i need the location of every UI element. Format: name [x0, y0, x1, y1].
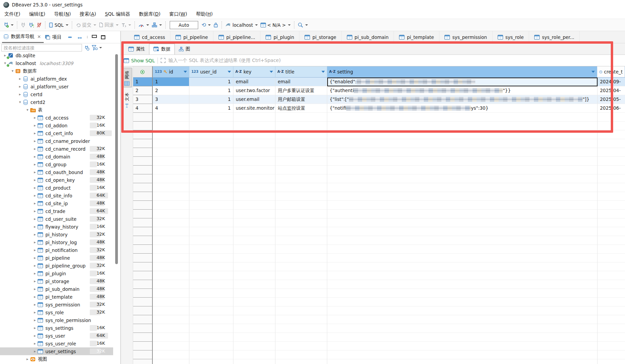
tree-item-数据库[interactable]: ▾数据库 [0, 67, 113, 75]
empty-cell[interactable] [153, 280, 189, 289]
column-filter-caret[interactable] [270, 71, 273, 73]
empty-cell[interactable] [153, 289, 189, 298]
presentation-text-button[interactable]: 文本 [122, 90, 132, 109]
empty-cell[interactable] [275, 201, 327, 210]
empty-cell[interactable] [275, 262, 327, 271]
empty-cell[interactable] [153, 113, 189, 122]
empty-cell[interactable] [327, 298, 598, 306]
performance-button[interactable] [137, 21, 150, 28]
editor-tab-pi_pipeline[interactable]: pi_pipeline... [213, 31, 261, 43]
empty-cell[interactable] [275, 236, 327, 245]
empty-cell[interactable] [153, 166, 189, 174]
chevron-down-icon[interactable]: ▾ [18, 100, 22, 104]
result-tab-properties[interactable]: 属性 [124, 44, 149, 55]
tree-item-pi_plugin[interactable]: ▸pi_plugin16K [0, 270, 113, 277]
empty-cell[interactable] [153, 254, 189, 262]
empty-cell[interactable] [275, 139, 327, 148]
tree-item-sys_settings[interactable]: ▸sys_settings16K [0, 324, 113, 332]
row-number-cell[interactable] [133, 166, 153, 174]
empty-cell[interactable] [327, 227, 598, 236]
empty-cell[interactable] [233, 210, 275, 218]
tree-item-cd_user_suite[interactable]: ▸cd_user_suite32K [0, 215, 113, 223]
chevron-right-icon[interactable]: ▸ [33, 123, 37, 128]
chevron-right-icon[interactable]: ▸ [33, 263, 37, 268]
empty-cell[interactable] [327, 280, 598, 289]
empty-cell[interactable] [327, 342, 598, 350]
empty-cell[interactable] [275, 148, 327, 157]
chevron-right-icon[interactable]: ▸ [33, 154, 37, 159]
row-number-cell[interactable] [133, 122, 153, 130]
chevron-right-icon[interactable]: ▸ [33, 170, 37, 174]
filter-placeholder-text[interactable]: 输入一个 SQL 表达式来过滤结果 (使用 Ctrl+Space) [168, 58, 281, 64]
empty-cell[interactable] [189, 271, 233, 280]
active-connection-selector[interactable]: localhost [224, 21, 259, 29]
empty-cell[interactable] [275, 271, 327, 280]
column-header-title[interactable]: A·Ztitle [275, 66, 327, 78]
tree-item-cd_addon[interactable]: ▸cd_addon16K [0, 122, 113, 129]
column-header-create_t[interactable]: create_t [597, 66, 625, 78]
empty-cell[interactable] [327, 262, 598, 271]
cell-create-time[interactable]: 2025-05- [598, 95, 625, 104]
empty-cell[interactable] [598, 359, 625, 364]
row-number-cell[interactable] [133, 174, 153, 183]
sql-editor-button[interactable]: SQL [47, 21, 70, 29]
tree-item-certd[interactable]: ▸certd [0, 90, 113, 98]
transaction-mode-button[interactable] [120, 22, 132, 28]
cell-id[interactable]: 2 [153, 86, 189, 95]
editor-tab-sys_role_per[interactable]: sys_role_per... [529, 31, 580, 43]
row-number-cell[interactable] [133, 157, 153, 166]
empty-cell[interactable] [189, 130, 233, 139]
row-number-cell[interactable] [133, 333, 153, 342]
empty-cell[interactable] [233, 315, 275, 324]
dropdown-caret[interactable] [66, 24, 68, 26]
empty-cell[interactable] [327, 210, 598, 218]
chevron-right-icon[interactable]: ▸ [33, 334, 37, 338]
tree-item-user_settings[interactable]: ▸user_settings32K [0, 347, 113, 355]
tree-item-sys_user[interactable]: ▸sys_user64K [0, 332, 113, 340]
empty-cell[interactable] [189, 306, 233, 315]
empty-cell[interactable] [189, 174, 233, 183]
empty-cell[interactable] [233, 227, 275, 236]
tree-item-cd_cname_provider[interactable]: ▸cd_cname_provider [0, 137, 113, 145]
dropdown-caret[interactable] [11, 24, 14, 26]
empty-cell[interactable] [153, 306, 189, 315]
empty-cell[interactable] [189, 289, 233, 298]
chevron-down-icon[interactable]: ▾ [10, 69, 15, 73]
rollback-button[interactable]: 回滚 [98, 21, 120, 29]
empty-cell[interactable] [275, 359, 327, 364]
reconnect-button[interactable] [27, 21, 35, 29]
empty-cell[interactable] [275, 306, 327, 315]
tree-item-表[interactable]: ▾表 [0, 106, 113, 114]
empty-cell[interactable] [233, 218, 275, 227]
empty-cell[interactable] [233, 350, 275, 359]
chevron-right-icon[interactable]: ▸ [33, 224, 37, 229]
chevron-right-icon[interactable]: ▸ [25, 357, 30, 361]
tree-item-sys_role_permission[interactable]: ▸sys_role_permission [0, 316, 113, 324]
chevron-right-icon[interactable]: ▸ [33, 147, 37, 151]
empty-cell[interactable] [598, 157, 625, 166]
cell-setting[interactable]: {"enabled": [327, 78, 598, 86]
menu-item-2[interactable]: 编辑(E) [25, 10, 50, 18]
empty-cell[interactable] [275, 324, 327, 333]
cell-title[interactable]: email [275, 78, 327, 86]
empty-cell[interactable] [189, 148, 233, 157]
empty-cell[interactable] [189, 315, 233, 324]
empty-cell[interactable] [598, 218, 625, 227]
dropdown-caret[interactable] [305, 24, 308, 26]
empty-cell[interactable] [189, 333, 233, 342]
chevron-right-icon[interactable]: ▸ [18, 92, 22, 97]
chevron-right-icon[interactable]: ▸ [33, 256, 37, 260]
empty-cell[interactable] [598, 262, 625, 271]
empty-cell[interactable] [189, 236, 233, 245]
empty-cell[interactable] [598, 122, 625, 130]
empty-cell[interactable] [233, 166, 275, 174]
empty-cell[interactable] [189, 254, 233, 262]
empty-cell[interactable] [275, 122, 327, 130]
empty-cell[interactable] [275, 227, 327, 236]
empty-cell[interactable] [189, 245, 233, 254]
empty-cell[interactable] [598, 254, 625, 262]
row-number-cell[interactable] [133, 350, 153, 359]
row-number-cell[interactable] [133, 262, 153, 271]
chevron-right-icon[interactable]: ▸ [33, 232, 37, 237]
empty-cell[interactable] [233, 333, 275, 342]
